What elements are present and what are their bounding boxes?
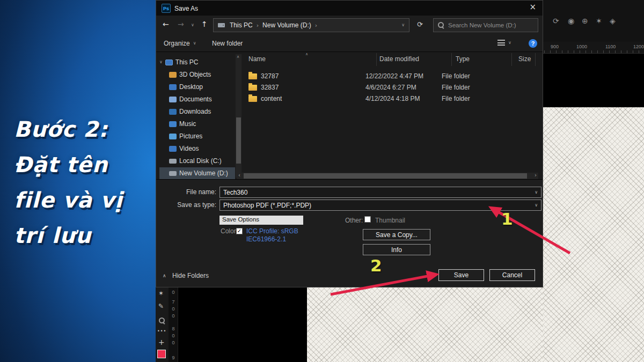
ruler-mark: 800 — [171, 326, 176, 347]
column-header-type[interactable]: Type — [456, 55, 470, 63]
breadcrumb-this-pc[interactable]: This PC — [230, 21, 253, 29]
disk-icon — [169, 171, 177, 176]
screen: Bước 2: Đặt tên file và vị trí lưu ⟳ ◉ ⊕… — [0, 0, 644, 362]
save-as-type-combobox[interactable]: Photoshop PDF (*.PDF;*.PDP) ∨ — [219, 200, 541, 211]
annotation-number-1: 1 — [501, 209, 513, 228]
new-folder-button[interactable]: New folder — [212, 40, 243, 47]
search-input[interactable] — [448, 22, 533, 28]
zoom-tool-icon[interactable]: ⊕ — [582, 17, 588, 25]
save-a-copy-button[interactable]: Save a Copy... — [363, 229, 430, 240]
folder-icon — [248, 85, 257, 91]
step-title-line3: file và vị — [14, 188, 123, 212]
file-type: File folder — [442, 95, 503, 102]
organize-menu[interactable]: Organize ∨ — [164, 40, 196, 47]
address-bar[interactable]: This PC › New Volume (D:) › ∨ — [213, 18, 409, 32]
music-icon — [169, 121, 177, 127]
file-row-32787[interactable]: 32787 12/22/2022 4:47 PM File folder — [237, 71, 538, 82]
file-date: 12/22/2022 4:47 PM — [365, 72, 442, 80]
sidebar-item-this-pc[interactable]: ∨ This PC — [159, 56, 229, 68]
file-name: 32787 — [261, 72, 279, 80]
column-divider[interactable] — [376, 53, 377, 66]
dialog-titlebar[interactable]: Ps Save As × — [156, 1, 543, 16]
hide-folders-button[interactable]: Hide Folders — [172, 272, 209, 279]
step-title-line4: trí lưu — [14, 223, 91, 248]
chevron-down-icon[interactable]: ∨ — [535, 190, 538, 195]
icc-profile-checkbox[interactable]: ✓ — [236, 228, 243, 234]
foreground-color-swatch[interactable] — [157, 350, 166, 358]
move-tool-icon[interactable]: + — [158, 338, 165, 346]
file-name: 32837 — [261, 84, 279, 91]
column-header-size[interactable]: Size — [518, 55, 531, 63]
sidebar-item-new-volume-d[interactable]: New Volume (D:) — [159, 167, 235, 179]
rotate-view-icon[interactable]: ⟳ — [553, 17, 559, 25]
scroll-right-icon[interactable]: › — [535, 173, 537, 178]
sidebar-item-videos[interactable]: Videos — [159, 143, 229, 154]
file-name-label: File name: — [165, 188, 216, 196]
cancel-button[interactable]: Cancel — [489, 269, 535, 281]
sidebar-item-label: Desktop — [179, 83, 203, 91]
info-button[interactable]: Info — [363, 244, 430, 255]
more-tools-icon[interactable]: ••• — [157, 329, 166, 334]
canvas-black-area-right — [543, 54, 644, 107]
help-icon[interactable]: ? — [529, 39, 537, 48]
hide-folders-chevron-icon[interactable]: ∧ — [163, 274, 166, 278]
lasso-tool-icon[interactable]: ✶ — [158, 290, 164, 297]
column-divider[interactable] — [535, 53, 536, 66]
canvas-transparent-area-bottom — [307, 287, 543, 362]
column-header-name[interactable]: Name — [248, 55, 266, 63]
folder-icon — [248, 96, 257, 102]
scrollbar-thumb[interactable] — [244, 173, 527, 179]
diamond-tool-icon[interactable]: ◈ — [610, 17, 616, 25]
file-row-content[interactable]: content 4/12/2024 4:18 PM File folder — [237, 93, 538, 104]
sidebar-item-documents[interactable]: Documents — [159, 93, 229, 105]
step-title-line2: Đặt tên — [14, 152, 108, 177]
zoom-tool-icon[interactable] — [159, 317, 165, 324]
scroll-left-icon[interactable]: ‹ — [238, 173, 240, 178]
ruler-mark: 9 — [171, 355, 176, 362]
recent-locations-caret[interactable]: ∨ — [191, 23, 194, 27]
documents-icon — [169, 97, 177, 102]
other-label: Other: — [345, 217, 363, 224]
dialog-title: Save As — [174, 5, 198, 12]
sidebar-item-desktop[interactable]: Desktop — [159, 81, 229, 93]
address-dropdown-caret[interactable]: ∨ — [401, 23, 405, 27]
view-mode-button[interactable]: ∨ — [497, 40, 511, 46]
close-icon[interactable]: × — [529, 3, 536, 11]
photoshop-tool-strip: ✶ ✎ ••• + — [156, 287, 169, 362]
sidebar-item-pictures[interactable]: Pictures — [159, 130, 229, 142]
file-row-32837[interactable]: 32837 4/6/2024 6:27 PM File folder — [237, 82, 538, 93]
up-button[interactable]: ↑ — [201, 20, 208, 28]
breadcrumb-new-volume-d[interactable]: New Volume (D:) — [262, 21, 311, 29]
scroll-up-icon[interactable]: ∧ — [237, 55, 239, 59]
save-button[interactable]: Save — [438, 269, 484, 281]
sidebar-item-local-disk-c[interactable]: Local Disk (C:) — [159, 155, 229, 167]
search-box[interactable] — [433, 18, 538, 32]
chevron-down-icon: ∨ — [193, 41, 196, 46]
column-divider[interactable] — [451, 53, 452, 66]
column-header-date-modified[interactable]: Date modified — [379, 55, 419, 63]
file-name-combobox[interactable]: ∨ — [219, 187, 541, 198]
sidebar-item-label: Local Disk (C:) — [179, 157, 222, 165]
refresh-icon[interactable]: ⟳ — [417, 21, 423, 28]
file-list-scrollbar[interactable]: ‹ › — [237, 173, 538, 179]
chevron-down-icon[interactable]: ∨ — [535, 203, 538, 208]
back-button[interactable]: ← — [163, 20, 169, 28]
thumbnail-checkbox[interactable] — [364, 216, 371, 223]
scrollbar-thumb[interactable] — [236, 117, 241, 164]
list-view-icon — [497, 40, 505, 46]
forward-button[interactable]: → — [178, 20, 184, 28]
column-divider[interactable] — [511, 53, 512, 66]
sidebar-item-downloads[interactable]: Downloads — [159, 106, 229, 117]
chevron-right-icon: › — [257, 23, 259, 28]
chevron-right-icon: › — [315, 23, 317, 28]
target-icon[interactable]: ◉ — [568, 17, 574, 25]
star-tool-icon[interactable]: ✶ — [596, 17, 602, 25]
chevron-down-icon[interactable]: ∨ — [159, 60, 163, 64]
sidebar-item-label: This PC — [175, 58, 199, 66]
folder-icon — [248, 73, 257, 79]
sidebar-item-3d-objects[interactable]: 3D Objects — [159, 69, 229, 80]
file-name-input[interactable] — [223, 189, 535, 196]
ruler-mark: 0 — [171, 290, 176, 297]
pen-tool-icon[interactable]: ✎ — [158, 303, 164, 309]
sidebar-item-music[interactable]: Music — [159, 118, 229, 130]
